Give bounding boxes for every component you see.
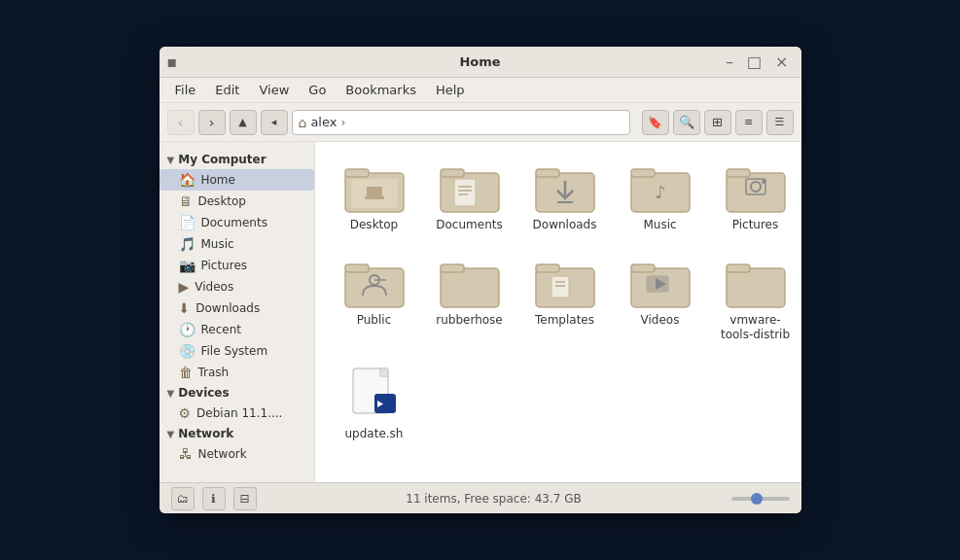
svg-rect-39 — [727, 264, 750, 272]
menu-bookmarks[interactable]: Bookmarks — [338, 81, 424, 99]
file-item-vmware[interactable]: vmware-tools-distrib — [712, 253, 800, 347]
debian-icon: ⚙ — [179, 405, 192, 421]
svg-rect-4 — [365, 196, 384, 199]
statusbar-info-btn[interactable]: ℹ — [202, 487, 226, 510]
sidebar-downloads-label: Downloads — [196, 301, 260, 315]
statusbar-folders-btn[interactable]: 🗂 — [171, 487, 195, 510]
svg-rect-27 — [441, 268, 499, 307]
section-my-computer[interactable]: ▼ My Computer — [160, 150, 314, 169]
file-label-updatesh: update.sh — [345, 427, 404, 442]
file-item-rubberhose[interactable]: rubberhose — [426, 253, 514, 347]
file-grid: Desktop Documents — [331, 158, 786, 445]
downloads-icon: ⬇ — [179, 300, 191, 316]
sidebar-item-pictures[interactable]: 📷 Pictures — [160, 255, 314, 276]
file-label-videos: Videos — [641, 313, 680, 329]
file-label-documents: Documents — [436, 218, 502, 233]
sidebar-item-desktop[interactable]: 🖥 Desktop — [160, 191, 314, 212]
sidebar-item-network[interactable]: 🖧 Network — [160, 443, 314, 465]
sidebar-item-videos[interactable]: ▶ Videos — [160, 276, 314, 298]
file-label-rubberhose: rubberhose — [436, 313, 502, 329]
file-label-public: Public — [357, 313, 392, 329]
filesystem-icon: 💿 — [179, 343, 196, 359]
view-list-button[interactable]: ≡ — [735, 110, 763, 135]
statusbar-terminal-btn[interactable]: ⊟ — [233, 487, 257, 510]
view-icons-button[interactable]: ⊞ — [704, 110, 731, 135]
home-icon: 🏠 — [179, 172, 196, 188]
svg-rect-23 — [345, 268, 404, 307]
file-item-videos[interactable]: Videos — [617, 253, 704, 347]
close-button[interactable]: × — [770, 51, 793, 73]
file-item-templates[interactable]: Templates — [521, 253, 609, 347]
network-label: Network — [178, 427, 233, 440]
file-item-downloads[interactable]: Downloads — [521, 158, 609, 237]
menu-file[interactable]: File — [167, 81, 204, 99]
section-network[interactable]: ▼ Network — [160, 424, 314, 443]
statusbar-info: 11 items, Free space: 43.7 GB — [257, 492, 731, 506]
svg-text:♪: ♪ — [655, 182, 666, 202]
folder-downloads-icon — [534, 161, 596, 214]
sidebar-desktop-label: Desktop — [198, 194, 247, 208]
home-icon: ⌂ — [299, 115, 307, 130]
file-item-pictures[interactable]: Pictures — [712, 158, 800, 237]
zoom-thumb[interactable] — [751, 493, 763, 505]
sidebar-item-debian[interactable]: ⚙ Debian 11.1.... — [160, 402, 314, 424]
file-item-desktop[interactable]: Desktop — [331, 158, 418, 237]
file-item-music[interactable]: ♪ Music — [617, 158, 704, 237]
svg-rect-19 — [727, 169, 750, 177]
devices-label: Devices — [178, 386, 229, 400]
file-item-updatesh[interactable]: update.sh — [331, 363, 418, 446]
file-label-templates: Templates — [535, 313, 594, 329]
menu-edit[interactable]: Edit — [207, 81, 247, 99]
menubar: File Edit View Go Bookmarks Help — [160, 78, 801, 103]
svg-rect-38 — [727, 268, 785, 307]
address-arrow: › — [340, 116, 345, 129]
sidebar-debian-label: Debian 11.1.... — [196, 406, 282, 420]
sidebar-home-label: Home — [201, 173, 235, 187]
sidebar-item-filesystem[interactable]: 💿 File System — [160, 340, 314, 362]
zoom-slider[interactable] — [731, 497, 790, 501]
minimize-button[interactable]: – — [721, 51, 738, 73]
file-item-documents[interactable]: Documents — [426, 158, 514, 237]
up-button[interactable]: ▲ — [230, 110, 257, 135]
svg-rect-12 — [536, 169, 559, 177]
svg-rect-28 — [441, 264, 464, 272]
sidebar-documents-label: Documents — [201, 216, 267, 229]
file-label-vmware: vmware-tools-distrib — [716, 313, 796, 343]
sidebar: ▼ My Computer 🏠 Home 🖥 Desktop 📄 Documen… — [160, 142, 315, 482]
recent-icon: 🕐 — [179, 322, 196, 337]
trash-icon: 🗑 — [179, 365, 193, 380]
address-bar: ⌂ alex › — [292, 110, 630, 135]
statusbar: 🗂 ℹ ⊟ 11 items, Free space: 43.7 GB — [160, 482, 801, 513]
toolbar: ‹ › ▲ ◂ ⌂ alex › 🔖 🔍 ⊞ ≡ ☰ — [160, 103, 801, 142]
titlebar: ▪ Home – □ × — [160, 47, 801, 78]
menu-view[interactable]: View — [251, 81, 297, 99]
view-compact-button[interactable]: ☰ — [766, 110, 794, 135]
toggle-sidebar-button[interactable]: ◂ — [261, 110, 288, 135]
svg-point-22 — [762, 180, 765, 184]
file-manager-window: ▪ Home – □ × File Edit View Go Bookmarks… — [160, 47, 801, 513]
forward-button[interactable]: › — [198, 110, 226, 135]
collapse-btn[interactable]: ▪ — [167, 52, 178, 71]
maximize-button[interactable]: □ — [742, 51, 766, 73]
bookmark-button[interactable]: 🔖 — [642, 110, 669, 135]
file-label-desktop: Desktop — [350, 218, 399, 233]
search-button[interactable]: 🔍 — [673, 110, 700, 135]
sidebar-trash-label: Trash — [198, 366, 230, 379]
sidebar-item-trash[interactable]: 🗑 Trash — [160, 362, 314, 383]
svg-rect-16 — [631, 169, 655, 177]
sidebar-item-documents[interactable]: 📄 Documents — [160, 212, 314, 233]
menu-help[interactable]: Help — [428, 81, 473, 99]
back-button[interactable]: ‹ — [167, 110, 195, 135]
sidebar-item-music[interactable]: 🎵 Music — [160, 233, 314, 255]
file-item-public[interactable]: Public — [331, 253, 418, 347]
sidebar-item-downloads[interactable]: ⬇ Downloads — [160, 298, 314, 319]
svg-rect-24 — [345, 264, 369, 272]
folder-templates-icon — [534, 257, 596, 309]
section-devices[interactable]: ▼ Devices — [160, 383, 314, 402]
folder-desktop-icon — [343, 161, 406, 214]
menu-go[interactable]: Go — [301, 81, 334, 99]
svg-rect-42 — [380, 368, 388, 376]
sidebar-item-home[interactable]: 🏠 Home — [160, 169, 314, 191]
file-label-music: Music — [643, 218, 676, 233]
sidebar-item-recent[interactable]: 🕐 Recent — [160, 319, 314, 340]
